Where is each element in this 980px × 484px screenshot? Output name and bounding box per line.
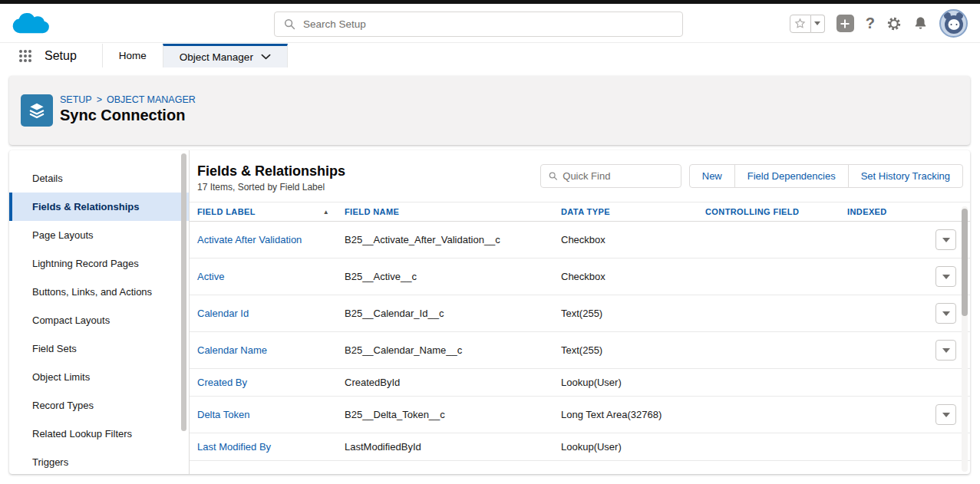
user-avatar[interactable] bbox=[939, 9, 968, 38]
field-name-cell: LastModifiedById bbox=[345, 441, 561, 453]
table-row: Activate After Validation B25__Activate_… bbox=[190, 222, 970, 258]
data-type-cell: Long Text Area(32768) bbox=[561, 409, 705, 420]
row-menu-button[interactable] bbox=[935, 303, 956, 324]
field-name-cell: B25__Activate_After_Validation__c bbox=[345, 234, 561, 245]
sidebar-item-related-lookup-filters[interactable]: Related Lookup Filters bbox=[9, 420, 189, 448]
field-name-cell: B25__Calendar_Name__c bbox=[345, 344, 561, 356]
table-scrollbar-track[interactable] bbox=[962, 206, 968, 472]
row-menu-button[interactable] bbox=[935, 404, 956, 425]
field-name-cell: B25__Delta_Token__c bbox=[345, 409, 561, 420]
field-label-link[interactable]: Calendar Id bbox=[197, 308, 249, 319]
field-label-link[interactable]: Calendar Name bbox=[197, 344, 267, 356]
table-row: Created By CreatedById Lookup(User) bbox=[190, 369, 970, 397]
app-launcher-waffle-icon[interactable] bbox=[19, 50, 31, 62]
field-dependencies-button[interactable]: Field Dependencies bbox=[734, 164, 849, 188]
sidebar-item-record-types[interactable]: Record Types bbox=[9, 391, 189, 420]
column-header-field-label[interactable]: FIELD LABEL ▲ bbox=[197, 207, 345, 216]
global-search-input[interactable] bbox=[303, 18, 673, 30]
data-type-cell: Checkbox bbox=[561, 234, 705, 245]
tab-home[interactable]: Home bbox=[102, 44, 163, 67]
field-name-cell: B25__Calendar_Id__c bbox=[345, 308, 561, 319]
page-title: Sync Connection bbox=[60, 107, 185, 124]
caret-down-icon bbox=[942, 275, 950, 279]
row-menu-button[interactable] bbox=[935, 266, 956, 287]
sidebar-item-object-limits[interactable]: Object Limits bbox=[9, 363, 189, 391]
data-type-cell: Text(255) bbox=[561, 308, 705, 319]
sidebar-item-triggers[interactable]: Triggers bbox=[9, 448, 189, 474]
sidebar-item-fields-relationships[interactable]: Fields & Relationships bbox=[9, 193, 189, 221]
sidebar-item-lightning-record-pages[interactable]: Lightning Record Pages bbox=[9, 249, 189, 278]
sidebar-item-label: Compact Layouts bbox=[32, 314, 110, 326]
breadcrumb: SETUP > OBJECT MANAGER bbox=[60, 94, 196, 105]
sidebar-item-label: Buttons, Links, and Actions bbox=[32, 286, 152, 298]
table-row: Last Modified By LastModifiedById Lookup… bbox=[190, 433, 970, 461]
quick-find-input[interactable] bbox=[563, 170, 672, 182]
column-header-data-type[interactable]: DATA TYPE bbox=[561, 207, 705, 216]
field-label-link[interactable]: Last Modified By bbox=[197, 441, 271, 453]
caret-down-icon bbox=[942, 238, 950, 242]
fields-table: FIELD LABEL ▲ FIELD NAME DATA TYPE CONTR… bbox=[190, 202, 970, 461]
row-menu-button[interactable] bbox=[935, 340, 956, 361]
tab-object-manager[interactable]: Object Manager bbox=[163, 44, 288, 67]
field-label-link[interactable]: Active bbox=[197, 271, 224, 282]
table-row: Calendar Id B25__Calendar_Id__c Text(255… bbox=[190, 295, 970, 332]
data-type-cell: Lookup(User) bbox=[561, 441, 705, 453]
field-name-cell: B25__Active__c bbox=[345, 271, 561, 282]
add-plus-icon[interactable] bbox=[836, 15, 854, 32]
favorites-button-group bbox=[790, 15, 825, 33]
sidebar-item-compact-layouts[interactable]: Compact Layouts bbox=[9, 306, 189, 334]
list-button-group: New Field Dependencies Set History Track… bbox=[689, 164, 963, 188]
sidebar-item-label: Fields & Relationships bbox=[32, 201, 139, 212]
breadcrumb-object-manager-link[interactable]: OBJECT MANAGER bbox=[107, 94, 196, 105]
data-type-cell: Text(255) bbox=[561, 344, 705, 356]
sidebar-item-label: Lightning Record Pages bbox=[32, 258, 139, 269]
sidebar-item-label: Field Sets bbox=[32, 343, 77, 354]
object-sidebar: Details Fields & Relationships Page Layo… bbox=[9, 150, 190, 474]
sidebar-item-label: Details bbox=[32, 173, 63, 184]
column-header-field-name[interactable]: FIELD NAME bbox=[345, 207, 561, 216]
column-header-controlling-field[interactable]: CONTROLLING FIELD bbox=[705, 207, 847, 216]
fields-relationships-panel: Fields & Relationships 17 Items, Sorted … bbox=[190, 150, 970, 474]
column-header-indexed[interactable]: INDEXED bbox=[847, 207, 921, 216]
sidebar-item-label: Page Layouts bbox=[32, 229, 94, 241]
app-name-label: Setup bbox=[45, 49, 77, 63]
list-header: Fields & Relationships 17 Items, Sorted … bbox=[190, 150, 970, 193]
favorites-star-icon[interactable] bbox=[790, 15, 811, 33]
list-controls: New Field Dependencies Set History Track… bbox=[540, 164, 963, 188]
set-history-tracking-button[interactable]: Set History Tracking bbox=[848, 164, 963, 188]
global-header: ? bbox=[0, 4, 980, 43]
sidebar-item-details[interactable]: Details bbox=[9, 164, 189, 193]
notifications-bell-icon[interactable] bbox=[913, 16, 928, 31]
header-actions: ? bbox=[790, 4, 968, 43]
data-type-cell: Lookup(User) bbox=[561, 377, 705, 388]
sidebar-scrollbar[interactable] bbox=[181, 153, 186, 431]
field-label-cell: Active bbox=[197, 271, 345, 282]
field-label-link[interactable]: Delta Token bbox=[197, 409, 249, 420]
new-button[interactable]: New bbox=[689, 164, 735, 188]
breadcrumb-setup-link[interactable]: SETUP bbox=[60, 94, 92, 105]
chevron-down-icon bbox=[261, 54, 271, 60]
sort-ascending-icon: ▲ bbox=[323, 209, 329, 216]
setup-gear-icon[interactable] bbox=[886, 16, 902, 31]
sidebar-nav-list: Details Fields & Relationships Page Layo… bbox=[9, 164, 189, 474]
field-label-cell: Last Modified By bbox=[197, 441, 345, 453]
help-question-icon[interactable]: ? bbox=[866, 15, 875, 32]
fields-table-body: Activate After Validation B25__Activate_… bbox=[190, 222, 970, 461]
object-manager-content-card: Details Fields & Relationships Page Layo… bbox=[9, 150, 970, 474]
table-row: Calendar Name B25__Calendar_Name__c Text… bbox=[190, 332, 970, 369]
field-label-link[interactable]: Activate After Validation bbox=[197, 234, 302, 245]
sidebar-item-page-layouts[interactable]: Page Layouts bbox=[9, 221, 189, 249]
field-label-link[interactable]: Created By bbox=[197, 377, 247, 388]
salesforce-cloud-logo bbox=[10, 8, 53, 39]
favorites-caret-icon[interactable] bbox=[811, 15, 825, 33]
table-scrollbar-thumb[interactable] bbox=[962, 209, 968, 316]
setup-nav-bar: Setup Home Object Manager bbox=[0, 44, 980, 67]
sidebar-item-field-sets[interactable]: Field Sets bbox=[9, 334, 189, 363]
salesforce-setup-screen: ? Setup bbox=[0, 0, 980, 484]
fields-table-header: FIELD LABEL ▲ FIELD NAME DATA TYPE CONTR… bbox=[190, 202, 970, 222]
field-label-cell: Calendar Id bbox=[197, 308, 345, 319]
caret-down-icon bbox=[942, 311, 950, 316]
data-type-cell: Checkbox bbox=[561, 271, 705, 282]
row-menu-button[interactable] bbox=[935, 229, 956, 250]
sidebar-item-buttons-links-and-actions[interactable]: Buttons, Links, and Actions bbox=[9, 278, 189, 306]
